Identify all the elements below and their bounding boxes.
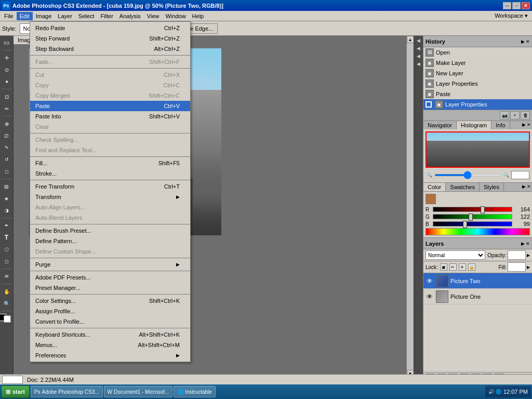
dd-fill[interactable]: Fill...Shift+F5: [30, 158, 190, 168]
fill-input[interactable]: 100%: [508, 262, 526, 272]
layer-eye-picture-two[interactable]: 👁: [425, 277, 434, 285]
menu-image[interactable]: Image: [33, 12, 55, 20]
tool-zoom[interactable]: 🔍: [1, 298, 12, 309]
tool-history-brush[interactable]: ↺: [1, 154, 12, 165]
b-thumb[interactable]: [463, 221, 467, 228]
layer-item-picture-two[interactable]: 👁 Picture Two: [423, 273, 532, 289]
zoom-slider[interactable]: [434, 174, 501, 176]
tab-styles[interactable]: Styles: [480, 183, 504, 191]
navigator-menu-icon[interactable]: ▶: [522, 122, 526, 128]
menu-layer[interactable]: Layer: [55, 12, 75, 20]
menu-edit[interactable]: Edit: [17, 12, 33, 20]
menu-analysis[interactable]: Analysis: [116, 12, 144, 20]
history-new-btn[interactable]: +: [510, 111, 520, 119]
history-close-icon[interactable]: ✕: [526, 39, 530, 44]
start-button[interactable]: ⊞ start: [1, 385, 30, 398]
layer-eye-picture-one[interactable]: 👁: [425, 292, 434, 301]
lock-move-btn[interactable]: ✛: [459, 263, 466, 271]
dd-keyboard-shortcuts[interactable]: Keyboard Shortcuts...Alt+Shift+Ctrl+K: [30, 329, 190, 340]
menu-file[interactable]: File: [1, 12, 17, 20]
dd-step-forward[interactable]: Step ForwardShift+Ctrl+Z: [30, 33, 190, 44]
taskbar-photoshop[interactable]: Ps Adobe Photoshop CS3...: [31, 386, 103, 397]
dd-paste-into[interactable]: Paste IntoShift+Ctrl+V: [30, 111, 190, 122]
taskbar-word[interactable]: W Document1 - Microsof...: [104, 386, 173, 397]
history-item-layer-props-2[interactable]: ▣ Layer Properties: [423, 99, 532, 110]
workspace-selector[interactable]: Workspace ▾: [491, 12, 531, 19]
tool-lasso[interactable]: ⊙: [1, 64, 12, 75]
zoom-in-icon[interactable]: 🔍: [503, 172, 509, 178]
opacity-arrow[interactable]: ▶: [527, 253, 530, 258]
tool-move[interactable]: ✛: [1, 52, 12, 63]
layers-menu-icon[interactable]: ▶: [521, 241, 525, 246]
layers-close-icon[interactable]: ✕: [526, 241, 530, 246]
tool-magic-wand[interactable]: ✦: [1, 76, 12, 87]
panel-toggle-3[interactable]: ◀: [415, 52, 422, 60]
tab-color[interactable]: Color: [423, 183, 446, 191]
zoom-input[interactable]: 50%: [511, 171, 529, 179]
dd-paste[interactable]: PasteCtrl+V: [30, 101, 190, 111]
taskbar-instructable[interactable]: 🌐 Instructable: [174, 386, 216, 397]
tab-info[interactable]: Info: [491, 121, 510, 129]
lock-image-btn[interactable]: ✏: [449, 263, 457, 271]
menu-window[interactable]: Window: [162, 12, 189, 20]
color-menu-icon[interactable]: ▶: [522, 184, 526, 190]
dd-define-brush[interactable]: Define Brush Preset...: [30, 225, 190, 236]
tool-pen[interactable]: ✒: [1, 220, 12, 231]
close-button[interactable]: ✕: [522, 2, 530, 9]
navigator-close-icon[interactable]: ✕: [527, 122, 531, 128]
g-slider[interactable]: [433, 214, 512, 219]
g-thumb[interactable]: [469, 214, 473, 221]
tool-shape[interactable]: ◻: [1, 256, 12, 267]
tool-clone[interactable]: ✎: [1, 142, 12, 153]
dd-menus[interactable]: Menus...Alt+Shift+Ctrl+M: [30, 340, 190, 350]
color-close-icon[interactable]: ✕: [527, 184, 531, 190]
tool-healing[interactable]: ⊕: [1, 118, 12, 129]
r-thumb[interactable]: [481, 206, 485, 214]
dd-purge[interactable]: Purge▶: [30, 259, 190, 270]
b-slider[interactable]: [433, 221, 512, 227]
dd-step-backward[interactable]: Step BackwardAlt+Ctrl+Z: [30, 44, 190, 54]
scroll-up-btn[interactable]: ▲: [407, 36, 414, 43]
minimize-button[interactable]: ─: [503, 2, 511, 9]
foreground-swatch[interactable]: [425, 194, 436, 204]
dd-color-settings[interactable]: Color Settings...Shift+Ctrl+K: [30, 296, 190, 306]
dd-define-pattern[interactable]: Define Pattern...: [30, 236, 190, 246]
dd-pdf-presets[interactable]: Adobe PDF Presets...: [30, 272, 190, 283]
layer-item-picture-one[interactable]: 👁 Picture One: [423, 289, 532, 304]
dd-convert-profile[interactable]: Convert to Profile...: [30, 316, 190, 327]
status-zoom-input[interactable]: 50%: [2, 376, 23, 384]
tool-hand[interactable]: ✋: [1, 286, 12, 297]
restore-button[interactable]: ▫: [512, 2, 521, 9]
r-slider[interactable]: [433, 207, 512, 212]
history-item-layer-props[interactable]: ▣ Layer Properties: [423, 78, 532, 89]
color-spectrum[interactable]: [425, 228, 530, 235]
panel-toggle-2[interactable]: ◀: [415, 45, 422, 52]
history-snapshot-btn[interactable]: 📷: [500, 111, 509, 119]
tool-dodge[interactable]: ◑: [1, 205, 12, 216]
tool-text[interactable]: T: [1, 232, 12, 243]
dd-redo-paste[interactable]: Redo PasteCtrl+Z: [30, 23, 190, 33]
tool-blur[interactable]: ◈: [1, 193, 12, 204]
lock-all-btn[interactable]: 🔒: [468, 263, 475, 271]
tool-path[interactable]: ⬡: [1, 244, 12, 255]
panel-toggle-4[interactable]: ◀: [415, 60, 422, 68]
tool-eyedropper[interactable]: ✏: [1, 103, 12, 114]
tool-gradient[interactable]: ▤: [1, 181, 12, 192]
tab-histogram[interactable]: Histogram: [457, 121, 491, 129]
tab-swatches[interactable]: Swatches: [446, 183, 480, 191]
v-scrollbar[interactable]: ▲ ▼: [406, 36, 414, 377]
tool-notes[interactable]: ✉: [1, 271, 12, 282]
menu-filter[interactable]: Filter: [97, 12, 116, 20]
tab-navigator[interactable]: Navigator: [423, 121, 457, 129]
history-item-make-layer[interactable]: ▣ Make Layer: [423, 58, 532, 68]
menu-select[interactable]: Select: [75, 12, 98, 20]
history-item-new-layer[interactable]: ▣ New Layer: [423, 68, 532, 78]
layers-mode-select[interactable]: Normal: [425, 250, 485, 260]
menu-view[interactable]: View: [144, 12, 163, 20]
dd-stroke[interactable]: Stroke...: [30, 168, 190, 179]
opacity-input[interactable]: 100%: [508, 250, 526, 260]
dd-free-transform[interactable]: Free TransformCtrl+T: [30, 181, 190, 192]
dd-preset-manager[interactable]: Preset Manager...: [30, 283, 190, 293]
tool-selection[interactable]: ▭: [1, 37, 12, 48]
history-item-paste[interactable]: ▣ Paste: [423, 89, 532, 99]
